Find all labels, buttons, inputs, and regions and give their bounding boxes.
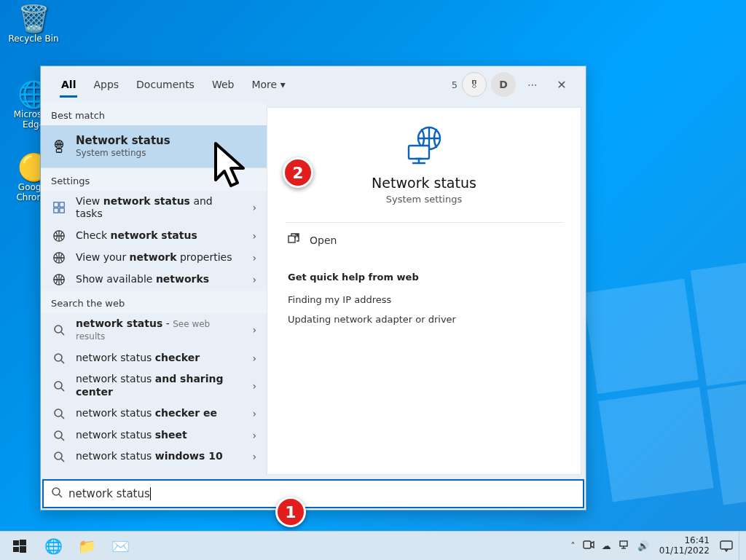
preview-title: Network status: [285, 175, 563, 191]
tab-more[interactable]: More ▾: [243, 68, 294, 100]
desktop-icon-recycle-bin[interactable]: 🗑️ Recycle Bin: [4, 4, 63, 44]
result-label: network status checker: [76, 352, 239, 365]
chevron-right-icon: ›: [248, 380, 261, 392]
start-button[interactable]: [3, 532, 36, 561]
close-button[interactable]: ✕: [549, 72, 574, 97]
settings-result[interactable]: View your network properties›: [41, 247, 267, 269]
preview-action-open-label: Open: [310, 234, 337, 246]
search-scope-tabs: All Apps Documents Web More ▾ 5 🎖 D ⋯ ✕: [41, 66, 586, 103]
action-center-button[interactable]: [714, 532, 739, 561]
result-label: network status checker ee: [76, 407, 239, 420]
taskbar-file-explorer[interactable]: 📁: [70, 532, 103, 561]
svg-rect-32: [13, 547, 19, 552]
svg-point-28: [52, 488, 60, 495]
wallpaper-windows-logo: [584, 263, 746, 510]
account-button[interactable]: D: [491, 72, 516, 97]
svg-rect-34: [584, 541, 591, 548]
results-list: Best match Network status System setting…: [41, 103, 267, 479]
taskbar-edge[interactable]: 🌐: [36, 532, 70, 561]
show-desktop-button[interactable]: [739, 532, 743, 561]
edge-icon: 🌐: [44, 537, 63, 555]
control-panel-icon: [51, 201, 67, 214]
best-match-title: Network status: [76, 134, 170, 147]
taskbar: 🌐 📁 ✉️ ˄ ☁ 🔊 16:41 01/11/2022: [0, 531, 746, 560]
result-label: Show available networks: [76, 273, 239, 286]
more-options-button[interactable]: ⋯: [520, 72, 545, 97]
meet-now-icon[interactable]: [583, 540, 594, 552]
preview-quick-help-header: Get quick help from web: [285, 257, 563, 290]
text-caret: [150, 487, 151, 500]
network-status-hero-icon: [285, 125, 563, 167]
search-icon: [51, 324, 67, 336]
result-best-match[interactable]: Network status System settings: [41, 125, 267, 167]
svg-rect-31: [20, 540, 26, 545]
tab-web[interactable]: Web: [203, 68, 243, 100]
chevron-down-icon: ▾: [280, 79, 286, 90]
open-icon: [288, 233, 299, 247]
svg-line-15: [61, 388, 64, 391]
result-label: network status and sharing center: [76, 373, 239, 398]
svg-rect-23: [409, 146, 429, 159]
svg-point-16: [55, 409, 62, 417]
folder-icon: 📁: [78, 537, 96, 555]
volume-icon[interactable]: 🔊: [637, 540, 649, 551]
globe-icon: [51, 229, 67, 242]
search-icon: [51, 430, 67, 441]
settings-result[interactable]: Check network status›: [41, 225, 267, 247]
svg-rect-38: [721, 541, 732, 549]
system-tray[interactable]: ˄ ☁ 🔊: [565, 540, 655, 552]
account-initial: D: [499, 79, 508, 90]
taskbar-clock[interactable]: 16:41 01/11/2022: [655, 536, 714, 556]
close-icon: ✕: [557, 78, 566, 92]
tab-apps[interactable]: Apps: [85, 68, 127, 100]
rewards-button[interactable]: 🎖: [462, 72, 487, 97]
web-result[interactable]: network status windows 10›: [41, 446, 267, 468]
search-icon: [51, 451, 67, 462]
preview-action-open[interactable]: Open: [285, 222, 563, 257]
result-label: Check network status: [76, 229, 239, 242]
svg-rect-6: [60, 208, 64, 213]
result-preview-pane: Network status System settings Open Get …: [267, 107, 581, 475]
network-icon[interactable]: [619, 540, 630, 552]
web-result[interactable]: network status - See web results›: [41, 313, 267, 347]
chevron-right-icon: ›: [248, 274, 261, 285]
ellipsis-icon: ⋯: [527, 79, 538, 90]
svg-point-18: [55, 431, 62, 438]
tray-chevron-up-icon[interactable]: ˄: [570, 540, 576, 551]
settings-result[interactable]: Show available networks›: [41, 269, 267, 291]
svg-line-21: [61, 459, 64, 462]
section-best-match: Best match: [41, 103, 267, 125]
result-label: View network status and tasks: [76, 195, 239, 221]
web-result[interactable]: network status checker›: [41, 347, 267, 369]
svg-line-19: [61, 438, 64, 441]
chevron-right-icon: ›: [248, 352, 261, 364]
mail-icon: ✉️: [111, 537, 130, 555]
recycle-bin-icon: 🗑️: [4, 4, 63, 33]
globe-icon: [51, 251, 67, 264]
settings-result[interactable]: View network status and tasks›: [41, 191, 267, 225]
result-label: network status windows 10: [76, 450, 239, 463]
tab-all[interactable]: All: [52, 68, 85, 100]
svg-line-29: [59, 494, 62, 497]
onedrive-icon[interactable]: ☁: [602, 540, 611, 551]
search-icon: [51, 352, 67, 364]
annotation-badge-1: 1: [275, 497, 306, 527]
web-result[interactable]: network status and sharing center›: [41, 368, 267, 403]
tab-more-label: More: [251, 79, 277, 90]
chevron-right-icon: ›: [248, 451, 261, 462]
web-result[interactable]: network status sheet›: [41, 425, 267, 446]
quick-link[interactable]: Finding my IP address: [285, 290, 563, 309]
clock-date: 01/11/2022: [659, 546, 710, 556]
desktop[interactable]: 🗑️ Recycle Bin 🌐 Microsoft Edge 🟡 Google…: [0, 0, 746, 531]
svg-rect-33: [20, 546, 26, 553]
chevron-right-icon: ›: [248, 230, 261, 242]
svg-point-20: [55, 452, 62, 460]
search-icon: [51, 380, 67, 392]
svg-point-12: [55, 354, 62, 361]
web-result[interactable]: network status checker ee›: [41, 403, 267, 425]
tab-documents[interactable]: Documents: [127, 68, 203, 100]
taskbar-mail[interactable]: ✉️: [103, 532, 137, 561]
search-input-bar[interactable]: network status: [42, 479, 584, 508]
globe-device-icon: [51, 138, 67, 154]
quick-link[interactable]: Updating network adapter or driver: [285, 309, 563, 329]
